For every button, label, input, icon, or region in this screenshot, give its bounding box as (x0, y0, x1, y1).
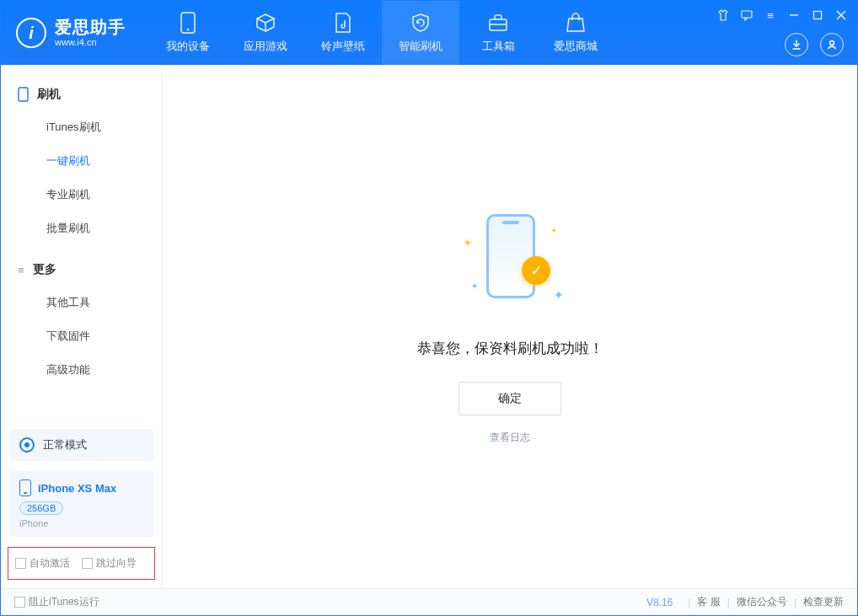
side-menu: 刷机 iTunes刷机 一键刷机 专业刷机 批量刷机 ≡ 更多 其他工具 下载固… (1, 65, 162, 419)
status-bar: 阻止iTunes运行 V8.16 | 客 服 | 微信公众号 | 检查更新 (1, 588, 857, 615)
refresh-shield-icon (410, 12, 432, 34)
phone-small-icon (18, 87, 29, 102)
app-name: 爱思助手 (55, 18, 126, 37)
tshirt-icon[interactable] (716, 8, 731, 23)
success-illustration: ✓ ✦ ✦ ✦ ✦ (442, 209, 577, 319)
close-icon[interactable] (834, 8, 849, 23)
sparkle-icon: ✦ (463, 236, 473, 249)
list-icon: ≡ (18, 264, 24, 276)
sidebar-item-adv-func[interactable]: 高级功能 (1, 353, 162, 387)
device-capacity: 256GB (19, 501, 63, 515)
cube-icon (255, 12, 276, 34)
success-message: 恭喜您，保资料刷机成功啦！ (417, 339, 603, 358)
window-controls: ≡ (716, 8, 849, 23)
user-button[interactable] (820, 33, 844, 56)
svg-point-9 (830, 41, 834, 46)
device-name: iPhone XS Max (38, 482, 116, 495)
download-button[interactable] (785, 33, 808, 56)
tab-smart-flash[interactable]: 智能刷机 (382, 1, 459, 65)
svg-rect-6 (814, 12, 822, 19)
sidebar-item-pro-flash[interactable]: 专业刷机 (1, 178, 162, 212)
sparkle-icon: ✦ (471, 281, 478, 291)
checkbox-block-itunes[interactable]: 阻止iTunes运行 (14, 595, 99, 609)
app-logo[interactable]: i 爱思助手 www.i4.cn (16, 18, 126, 48)
music-file-icon (332, 12, 354, 34)
logo-icon: i (16, 18, 46, 48)
sparkle-icon: ✦ (550, 226, 557, 235)
view-log-link[interactable]: 查看日志 (490, 431, 530, 445)
options-row: 自动激活 跳过向导 (8, 547, 155, 580)
support-link[interactable]: 客 服 (697, 595, 720, 609)
toolbox-icon (487, 12, 509, 34)
app-url: www.i4.cn (55, 37, 126, 48)
device-type: iPhone (19, 518, 143, 528)
check-badge-icon: ✓ (522, 256, 550, 285)
device-icon (177, 12, 199, 34)
sidebar: 刷机 iTunes刷机 一键刷机 专业刷机 批量刷机 ≡ 更多 其他工具 下载固… (1, 65, 163, 588)
app-body: 刷机 iTunes刷机 一键刷机 专业刷机 批量刷机 ≡ 更多 其他工具 下载固… (1, 65, 857, 588)
sidebar-item-batch-flash[interactable]: 批量刷机 (1, 212, 162, 245)
illu-phone-icon (486, 214, 535, 298)
checkbox-auto-activate[interactable]: 自动激活 (15, 556, 70, 570)
bag-icon (565, 12, 587, 34)
title-actions (785, 33, 844, 56)
mode-dot-icon (19, 437, 35, 453)
app-window: i 爱思助手 www.i4.cn 我的设备 应用游戏 铃声壁纸 智能刷机 (0, 0, 858, 616)
nav-tabs: 我的设备 应用游戏 铃声壁纸 智能刷机 工具箱 爱思商城 (149, 1, 614, 65)
sidebar-item-onekey-flash[interactable]: 一键刷机 (1, 144, 162, 178)
side-head-more: ≡ 更多 (1, 254, 162, 286)
check-update-link[interactable]: 检查更新 (803, 595, 844, 609)
tab-my-device[interactable]: 我的设备 (149, 1, 227, 65)
tab-store[interactable]: 爱思商城 (537, 1, 614, 65)
menu-icon[interactable]: ≡ (763, 8, 778, 23)
tab-toolbox[interactable]: 工具箱 (459, 1, 537, 65)
mode-label: 正常模式 (43, 437, 87, 453)
main-content: ✓ ✦ ✦ ✦ ✦ 恭喜您，保资料刷机成功啦！ 确定 查看日志 (163, 65, 857, 588)
sparkle-icon: ✦ (554, 288, 564, 302)
tab-app-games[interactable]: 应用游戏 (227, 1, 304, 65)
maximize-icon[interactable] (810, 8, 825, 23)
svg-rect-4 (742, 11, 752, 18)
side-head-flash: 刷机 (1, 78, 162, 110)
device-panel[interactable]: iPhone XS Max 256GB iPhone (9, 471, 153, 537)
wechat-link[interactable]: 微信公众号 (737, 595, 787, 609)
mode-panel[interactable]: 正常模式 (9, 429, 153, 461)
tab-ring-wall[interactable]: 铃声壁纸 (304, 1, 382, 65)
sidebar-item-itunes-flash[interactable]: iTunes刷机 (1, 110, 162, 144)
version-label: V8.16 (646, 597, 673, 608)
ok-button[interactable]: 确定 (458, 382, 561, 415)
phone-icon (19, 479, 31, 496)
sidebar-item-download-fw[interactable]: 下载固件 (1, 319, 162, 353)
title-bar: i 爱思助手 www.i4.cn 我的设备 应用游戏 铃声壁纸 智能刷机 (1, 1, 857, 65)
svg-rect-10 (19, 88, 28, 101)
checkbox-skip-guide[interactable]: 跳过向导 (82, 556, 137, 570)
minimize-icon[interactable] (786, 8, 802, 23)
feedback-icon[interactable] (739, 8, 754, 23)
svg-point-1 (187, 29, 190, 31)
sidebar-item-other-tools[interactable]: 其他工具 (1, 286, 162, 319)
